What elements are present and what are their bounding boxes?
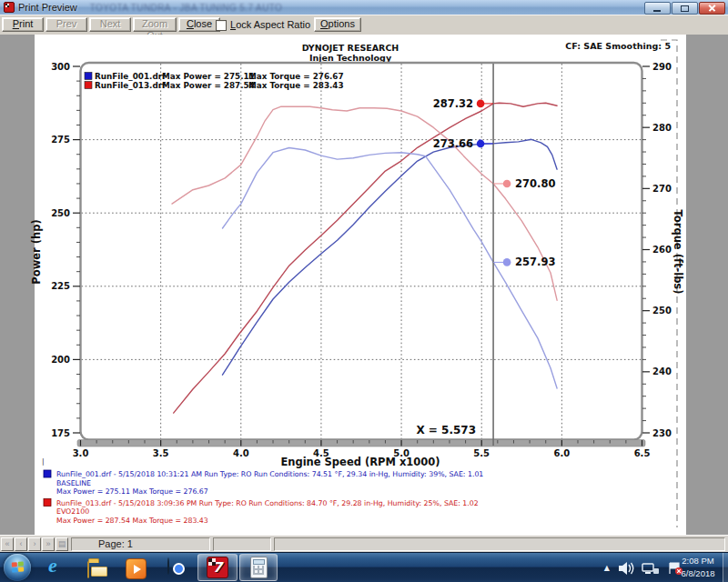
y-right-tick-label: 230	[652, 428, 672, 438]
y-right-tick-label: 240	[652, 366, 672, 376]
dynojet-icon: 7	[207, 557, 228, 578]
legend-torque-run001: Max Torque = 276.67	[248, 72, 344, 81]
info-run013-line3: Max Power = 287.54 Max Torque = 283.43	[56, 517, 208, 525]
y-right-tick-label: 290	[652, 62, 672, 72]
cursor-x-label: X = 5.573	[416, 424, 476, 436]
window-title-ghost: TOYOTA TUNDRA - JBA TUNING 5.7 AUTO	[90, 3, 282, 13]
marker-label: 273.66	[433, 137, 473, 150]
chart-title: DYNOJET RESEARCH	[302, 43, 399, 53]
marker-dot	[503, 180, 511, 188]
clock-date: 6/8/2018	[674, 567, 722, 580]
print-preview-window: Print Preview TOYOTA TUNDRA - JBA TUNING…	[0, 0, 728, 582]
info-swatch-run013	[44, 499, 51, 507]
x-tick-label: 4.0	[233, 448, 249, 458]
prev-page-button[interactable]: ‹	[15, 537, 27, 551]
prev-button: Prev	[46, 17, 87, 32]
marker-dot	[477, 140, 485, 148]
legend-file-run013: RunFile_013.drf	[95, 81, 166, 90]
y-left-tick-label: 300	[51, 62, 70, 72]
windows-logo-icon	[11, 561, 24, 573]
status-bar: « ‹ › » ▤ Page: 1	[0, 535, 728, 552]
marker-dot	[477, 100, 485, 108]
x-tick-label: 3.5	[153, 448, 169, 458]
marker-dot	[503, 258, 511, 266]
y-right-tick-label: 250	[652, 306, 672, 316]
dyno-chart: DYNOJET RESEARCH Injen Technology CF: SA…	[0, 35, 728, 535]
marker-label: 270.80	[515, 177, 555, 190]
legend-file-run001: RunFile_001.drf	[95, 72, 166, 81]
x-tick-label: 6.5	[634, 448, 651, 458]
info-run001-line3: Max Power = 275.11 Max Torque = 276.67	[56, 487, 208, 496]
zoom-out-button: Zoom Out	[133, 17, 177, 32]
legend-swatch-run013	[85, 82, 92, 89]
options-button[interactable]: Options	[314, 17, 361, 32]
preview-area: DYNOJET RESEARCH Injen Technology CF: SA…	[0, 35, 728, 535]
y-left-tick-label: 225	[51, 281, 70, 291]
minimize-button[interactable]	[644, 2, 671, 15]
info-run013-line2: EVO2100	[56, 507, 89, 516]
chrome-icon[interactable]	[167, 557, 169, 575]
info-run001-line2: BASELINE	[56, 479, 91, 487]
internet-explorer-icon[interactable]: e	[48, 557, 57, 576]
network-icon[interactable]	[642, 564, 659, 574]
tray-expand-icon[interactable]: ▲	[604, 564, 610, 572]
x-tick-label: 3.0	[73, 448, 89, 458]
toolbar: Print Prev Next Zoom Out Close Lock Aspe…	[0, 15, 728, 35]
calculator-taskbar-button[interactable]	[239, 554, 278, 581]
status-panel-2	[213, 537, 271, 551]
window-title: Print Preview	[18, 2, 77, 13]
x-axis-bar	[77, 440, 645, 447]
page-number-panel: Page: 1	[71, 537, 210, 551]
lock-aspect-ratio-checkbox[interactable]	[216, 20, 227, 31]
report-page-button[interactable]: ▤	[56, 537, 68, 551]
legend-power-run013: Max Power = 287.54	[162, 81, 255, 90]
info-run013-line1: RunFile_013.drf - 5/15/2018 3:09:36 PM R…	[56, 499, 479, 507]
y-left-tick-label: 275	[51, 135, 70, 145]
marker-label: 287.32	[433, 97, 473, 110]
show-desktop-button[interactable]	[723, 553, 728, 582]
dynojet-app-taskbar-button[interactable]: 7	[197, 554, 238, 581]
chart-subtitle: Injen Technology	[309, 53, 392, 63]
y-right-tick-label: 280	[652, 123, 672, 133]
calculator-icon	[250, 557, 268, 578]
print-button[interactable]: Print	[2, 17, 44, 32]
close-preview-button[interactable]: Close	[178, 17, 220, 32]
minimize-icon	[653, 10, 661, 12]
legend-power-run001: Max Power = 275.11	[162, 72, 255, 81]
maximize-button[interactable]	[672, 2, 698, 15]
x-tick-label: 6.0	[553, 448, 570, 458]
y-left-tick-label: 175	[51, 428, 70, 438]
last-page-button[interactable]: »	[42, 537, 55, 551]
correction-factor-label: CF: SAE Smoothing: 5	[565, 41, 671, 51]
windows-explorer-icon[interactable]	[87, 561, 89, 578]
info-swatch-run001	[44, 470, 51, 477]
marker-label: 257.93	[515, 256, 555, 268]
taskbar-clock[interactable]: 2:08 PM 6/8/2018	[674, 555, 722, 580]
y-right-tick-label: 270	[652, 184, 672, 194]
start-button[interactable]	[4, 554, 31, 581]
y-left-tick-label: 250	[51, 208, 70, 218]
taskbar: e 7 ▲	[0, 552, 728, 582]
app-icon	[4, 2, 15, 13]
next-page-button[interactable]: ›	[28, 537, 41, 551]
maximize-icon	[681, 5, 689, 12]
status-panel-3	[274, 537, 725, 551]
title-bar: Print Preview TOYOTA TUNDRA - JBA TUNING…	[0, 0, 728, 15]
lock-aspect-ratio-label: Lock Aspect Ratio	[230, 19, 310, 30]
speaker-icon[interactable]	[619, 562, 633, 575]
y-axis-right-title: Torque (ft-lbs)	[672, 210, 684, 295]
x-tick-label: 5.5	[473, 448, 490, 458]
x-axis-title: Engine Speed (RPM x1000)	[280, 456, 440, 468]
legend-swatch-run001	[85, 73, 92, 80]
y-left-tick-label: 200	[51, 355, 70, 365]
y-axis-left-title: Power (hp)	[30, 219, 43, 284]
media-player-icon[interactable]	[126, 558, 147, 579]
close-button[interactable]	[699, 2, 725, 15]
first-page-button[interactable]: «	[1, 537, 14, 551]
y-right-tick-label: 260	[652, 245, 672, 255]
clock-time: 2:08 PM	[674, 555, 722, 567]
info-run001-line1: RunFile_001.drf - 5/15/2018 10:31:21 AM …	[56, 470, 483, 478]
legend-torque-run013: Max Torque = 283.43	[248, 81, 344, 90]
caption-buttons	[644, 2, 725, 15]
next-button: Next	[89, 17, 131, 32]
